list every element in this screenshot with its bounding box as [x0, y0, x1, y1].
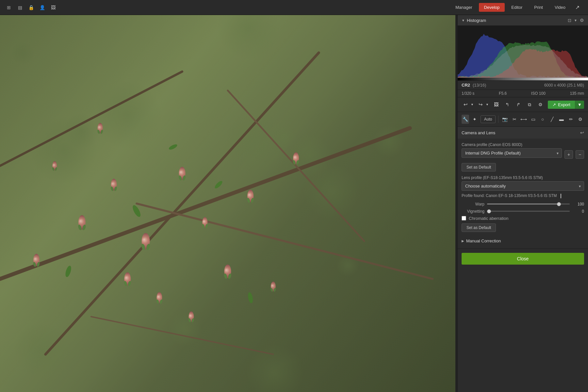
warp-slider-wrap[interactable] [487, 202, 570, 207]
camera-profile-default-wrap: Set as Default [462, 163, 584, 172]
nav-print[interactable]: Print [529, 3, 548, 12]
rotate-left-button[interactable]: ↰ [503, 100, 512, 109]
nav-develop[interactable]: Develop [479, 3, 505, 12]
histogram-view-icon[interactable]: ⊡ [568, 18, 571, 23]
lens-default-wrap: Set as Default [462, 223, 584, 232]
warp-label: Warp [462, 202, 484, 206]
tool-wrench[interactable]: 🔧 [462, 115, 469, 124]
grid-icon[interactable]: ⊞ [5, 4, 12, 11]
undo-dropdown[interactable]: ▼ [470, 101, 475, 108]
tool-straighten[interactable]: ⟷ [520, 115, 528, 124]
camera-lens-header-right: ↩ [580, 130, 584, 135]
chromatic-aberration-row: Chromatic aberration [462, 216, 584, 221]
close-button[interactable]: Close [462, 253, 584, 265]
histogram-dropdown-arrow[interactable]: ▼ [574, 19, 577, 22]
histogram-canvas [458, 25, 588, 78]
compare-button[interactable]: ⧉ [525, 100, 534, 109]
warp-slider-track [487, 204, 570, 204]
lens-profile-select[interactable]: Choose automatically [462, 181, 584, 191]
histogram-title: Histogram [467, 18, 486, 23]
close-btn-wrap: Close [458, 249, 588, 269]
undo-group: ↩ ▼ [462, 100, 475, 109]
tool-square[interactable]: ▭ [530, 115, 537, 124]
top-bar-left: ⊞ ▤ 🔒 👤 🖼 [5, 4, 57, 11]
camera-profile-select-wrap: Internal DNG Profile (Default) ▼ [462, 148, 562, 158]
person-icon[interactable]: 👤 [39, 4, 46, 11]
external-export-icon[interactable]: ↗ [572, 2, 583, 12]
lock-icon[interactable]: 🔒 [27, 4, 35, 11]
vignetting-label: Vignetting [462, 209, 484, 214]
camera-profile-select[interactable]: Internal DNG Profile (Default) [462, 148, 562, 158]
tool-circle[interactable]: ○ [539, 115, 547, 124]
camera-info-row2: 1/320 s F5.6 ISO 100 135 mm [458, 90, 588, 97]
profile-found-text: Profile found: Canon EF-S 18-135mm f/3.5… [462, 193, 584, 198]
camera-profile-label: Camera profile (Canon EOS 800D) [462, 142, 584, 147]
chromatic-aberration-label[interactable]: Chromatic aberration [469, 216, 508, 221]
vignetting-slider-wrap[interactable] [487, 209, 570, 214]
camera-lens-reset-icon[interactable]: ↩ [580, 130, 584, 135]
photo-canvas [0, 15, 455, 392]
nav-editor[interactable]: Editor [506, 3, 528, 12]
settings-button[interactable]: ⚙ [536, 100, 545, 109]
camera-info-left: CR2 (13/16) [462, 83, 486, 88]
chromatic-aberration-checkbox[interactable] [462, 216, 466, 220]
camera-profile-remove-button[interactable]: − [576, 150, 584, 159]
camera-profile-add-button[interactable]: + [564, 150, 573, 159]
camera-aperture: F5.6 [499, 91, 507, 96]
export-icon: ↗ [552, 102, 556, 107]
camera-lens-title: Camera and Lens [462, 130, 495, 135]
warp-slider-fill [487, 204, 559, 204]
action-strip: ↩ ▼ ↪ ▼ 🖼 ↰ ↱ ⧉ ⚙ ↗ Export ▼ [458, 97, 588, 112]
tool-settings[interactable]: ⚙ [577, 115, 584, 124]
rotate-right-button[interactable]: ↱ [514, 100, 523, 109]
tool-brush[interactable]: ▬ [558, 115, 565, 124]
redo-dropdown[interactable]: ▼ [485, 101, 490, 108]
top-bar-right: Manager Develop Editor Print Video ↗ [450, 2, 583, 12]
vignetting-slider-track [487, 211, 570, 212]
camera-lens-content: Camera profile (Canon EOS 800D) Internal… [458, 139, 588, 249]
export-dropdown-button[interactable]: ▼ [575, 101, 584, 109]
tool-pen[interactable]: ✏ [567, 115, 575, 124]
lens-default-button[interactable]: Set as Default [462, 223, 496, 232]
tool-crop[interactable]: ✂ [511, 115, 518, 124]
vignetting-slider-row: Vignetting 0 [462, 209, 584, 214]
histogram-gradient-bar [458, 78, 588, 80]
camera-info-row1: CR2 (13/16) 6000 x 4000 (25.1 MB) [458, 81, 588, 90]
export-button[interactable]: ↗ Export [548, 101, 575, 109]
histogram-settings-icon[interactable]: ⚙ [580, 18, 584, 23]
camera-count: (13/16) [473, 83, 486, 88]
photo-area [0, 15, 455, 392]
histogram-section: ▼ Histogram ⊡ ▼ ⚙ [458, 15, 588, 81]
redo-button[interactable]: ↪ [477, 100, 485, 109]
vignetting-slider-thumb[interactable] [487, 209, 491, 213]
export-label: Export [558, 102, 570, 107]
warp-slider-thumb[interactable] [557, 202, 561, 206]
histogram-header-left: ▼ Histogram [462, 18, 486, 23]
nav-manager[interactable]: Manager [450, 3, 477, 12]
tool-stamp[interactable]: ✦ [471, 115, 479, 124]
manual-correction-header[interactable]: ▶ Manual Correction [462, 236, 584, 245]
camera-profile-default-button[interactable]: Set as Default [462, 163, 496, 172]
view-button[interactable]: 🖼 [492, 100, 501, 109]
camera-lens-section: Camera and Lens ↩ Camera profile (Canon … [458, 127, 588, 249]
tool-auto-button[interactable]: Auto [481, 115, 496, 123]
redo-group: ↪ ▼ [477, 100, 490, 109]
camera-format: CR2 [462, 83, 470, 88]
nav-video[interactable]: Video [549, 3, 571, 12]
cursor-icon [559, 194, 561, 198]
camera-lens-header[interactable]: Camera and Lens ↩ [458, 127, 588, 139]
lens-profile-select-wrap: Choose automatically ▼ [462, 181, 584, 191]
undo-button[interactable]: ↩ [462, 100, 470, 109]
histogram-header-right: ⊡ ▼ ⚙ [568, 18, 584, 23]
main-content: ▼ Histogram ⊡ ▼ ⚙ CR2 (13/16) 6000 x 400… [0, 15, 588, 392]
camera-focal: 135 mm [570, 91, 584, 96]
filmstrip-icon[interactable]: ▤ [16, 4, 24, 11]
tool-strip: 🔧 ✦ Auto 📷 ✂ ⟷ ▭ ○ ╱ ▬ ✏ ⚙ [458, 112, 588, 127]
warp-slider-row: Warp 100 [462, 202, 584, 207]
tool-camera[interactable]: 📷 [501, 115, 509, 124]
histogram-header[interactable]: ▼ Histogram ⊡ ▼ ⚙ [458, 15, 588, 25]
manual-correction-arrow: ▶ [462, 239, 464, 243]
lens-profile-label: Lens profile (EF-S18-135mm f/3.5-5.6 IS … [462, 175, 584, 180]
tool-line[interactable]: ╱ [548, 115, 556, 124]
image-icon[interactable]: 🖼 [50, 4, 57, 11]
